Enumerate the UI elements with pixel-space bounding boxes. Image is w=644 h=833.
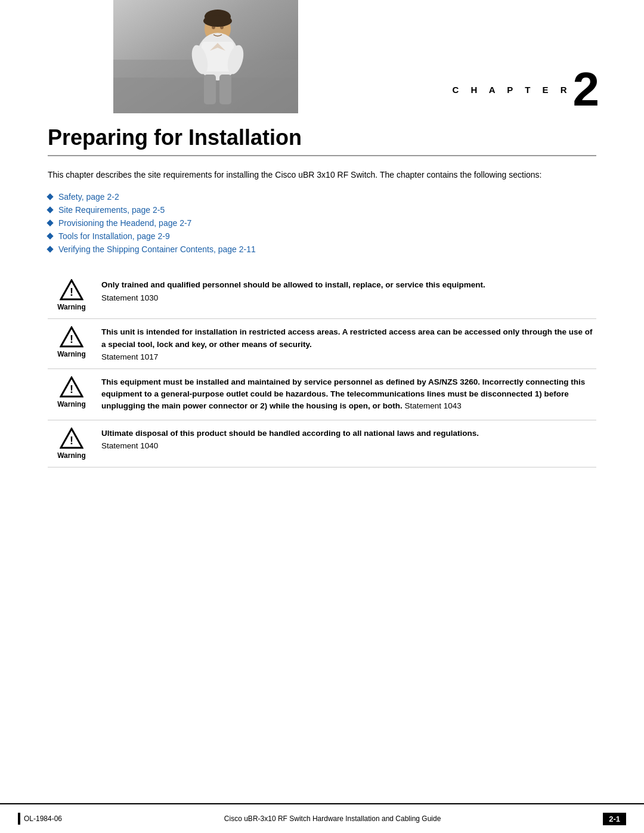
svg-text:!: ! bbox=[70, 383, 73, 395]
chapter-image-inner bbox=[113, 0, 298, 113]
intro-paragraph: This chapter describes the site requirem… bbox=[48, 168, 596, 181]
chapter-text: C H A P T E R bbox=[452, 85, 571, 95]
bullet-icon-2 bbox=[47, 207, 53, 213]
warning-content-3: This equipment must be installed and mai… bbox=[95, 376, 596, 413]
toc-link-3[interactable]: Provisioning the Headend, page 2-7 bbox=[58, 218, 191, 228]
title-section: Preparing for Installation bbox=[0, 119, 644, 156]
svg-rect-11 bbox=[219, 75, 231, 104]
warning-triangle-3: ! bbox=[60, 376, 83, 398]
toc-item-2[interactable]: Site Requirements, page 2-5 bbox=[48, 205, 596, 215]
statement-text-2: Statement 1017 bbox=[101, 352, 596, 361]
chapter-image bbox=[113, 0, 298, 113]
statement-text-4: Statement 1040 bbox=[101, 441, 596, 450]
svg-point-15 bbox=[203, 15, 232, 27]
warning-block-3: ! Warning This equipment must be install… bbox=[48, 369, 596, 420]
title-divider bbox=[48, 155, 596, 156]
statement-text-1: Statement 1030 bbox=[101, 293, 596, 302]
warning-icon-col-1: ! Warning bbox=[48, 279, 95, 311]
warning-block-1: ! Warning Only trained and qualified per… bbox=[48, 272, 596, 319]
footer-doc-id: OL-1984-06 bbox=[24, 815, 62, 823]
warning-text-1: Only trained and qualified personnel sho… bbox=[101, 279, 596, 291]
chapter-label-block: C H A P T E R 2 bbox=[452, 66, 599, 113]
warning-triangle-svg-3: ! bbox=[60, 376, 83, 398]
toc-item-1[interactable]: Safety, page 2-2 bbox=[48, 192, 596, 202]
toc-item-3[interactable]: Provisioning the Headend, page 2-7 bbox=[48, 218, 596, 228]
footer-page-number: 2-1 bbox=[603, 813, 626, 825]
warning-triangle-4: ! bbox=[60, 428, 83, 449]
toc-link-5[interactable]: Verifying the Shipping Container Content… bbox=[58, 244, 256, 254]
warning-text-4: Ultimate disposal of this product should… bbox=[101, 428, 596, 439]
warning-label-1: Warning bbox=[57, 303, 86, 311]
warning-triangle-svg-2: ! bbox=[60, 326, 83, 348]
svg-text:!: ! bbox=[70, 435, 73, 447]
bullet-icon-3 bbox=[47, 220, 53, 227]
warning-icon-col-3: ! Warning bbox=[48, 376, 95, 408]
warning-content-4: Ultimate disposal of this product should… bbox=[95, 428, 596, 450]
footer-right: 2-1 bbox=[603, 813, 626, 825]
bullet-icon-1 bbox=[47, 194, 53, 200]
warning-bold-1: Only trained and qualified personnel sho… bbox=[101, 280, 485, 289]
page-container: C H A P T E R 2 Preparing for Installati… bbox=[0, 0, 644, 833]
warning-triangle-svg-1: ! bbox=[60, 279, 83, 301]
warning-content-1: Only trained and qualified personnel sho… bbox=[95, 279, 596, 302]
warning-bold-2: This unit is intended for installation i… bbox=[101, 327, 593, 348]
warning-content-2: This unit is intended for installation i… bbox=[95, 326, 596, 361]
warning-statement-inline-3: Statement 1043 bbox=[405, 401, 462, 410]
svg-text:!: ! bbox=[70, 333, 73, 345]
content-section: This chapter describes the site requirem… bbox=[0, 168, 644, 467]
warning-bold-4: Ultimate disposal of this product should… bbox=[101, 429, 479, 438]
bullet-icon-4 bbox=[47, 233, 53, 240]
header-area: C H A P T E R 2 bbox=[0, 0, 644, 119]
chapter-number: 2 bbox=[573, 66, 600, 113]
warning-text-3: This equipment must be installed and mai… bbox=[101, 376, 596, 413]
toc-item-5[interactable]: Verifying the Shipping Container Content… bbox=[48, 244, 596, 254]
footer: OL-1984-06 Cisco uBR-3x10 RF Switch Hard… bbox=[0, 803, 644, 833]
toc-list: Safety, page 2-2 Site Requirements, page… bbox=[48, 192, 596, 254]
toc-item-4[interactable]: Tools for Installation, page 2-9 bbox=[48, 231, 596, 241]
footer-left: OL-1984-06 bbox=[18, 813, 62, 825]
warning-label-3: Warning bbox=[57, 400, 86, 408]
warning-icon-col-4: ! Warning bbox=[48, 428, 95, 460]
bullet-icon-5 bbox=[47, 246, 53, 253]
warning-block-4: ! Warning Ultimate disposal of this prod… bbox=[48, 420, 596, 467]
footer-center: Cisco uBR-3x10 RF Switch Hardware Instal… bbox=[224, 815, 441, 823]
svg-text:!: ! bbox=[70, 286, 73, 298]
svg-rect-10 bbox=[204, 75, 216, 104]
warning-icon-col-2: ! Warning bbox=[48, 326, 95, 358]
warning-triangle-1: ! bbox=[60, 279, 83, 301]
toc-link-4[interactable]: Tools for Installation, page 2-9 bbox=[58, 231, 170, 241]
warning-triangle-2: ! bbox=[60, 326, 83, 348]
warning-triangle-svg-4: ! bbox=[60, 428, 83, 449]
warning-label-2: Warning bbox=[57, 350, 86, 358]
header-illustration bbox=[113, 0, 298, 113]
toc-link-1[interactable]: Safety, page 2-2 bbox=[58, 192, 119, 202]
toc-link-2[interactable]: Site Requirements, page 2-5 bbox=[58, 205, 165, 215]
warning-label-4: Warning bbox=[57, 451, 86, 460]
warning-text-2: This unit is intended for installation i… bbox=[101, 326, 596, 351]
warning-block-2: ! Warning This unit is intended for inst… bbox=[48, 319, 596, 369]
page-title: Preparing for Installation bbox=[48, 125, 596, 150]
footer-bar-icon bbox=[18, 813, 20, 825]
